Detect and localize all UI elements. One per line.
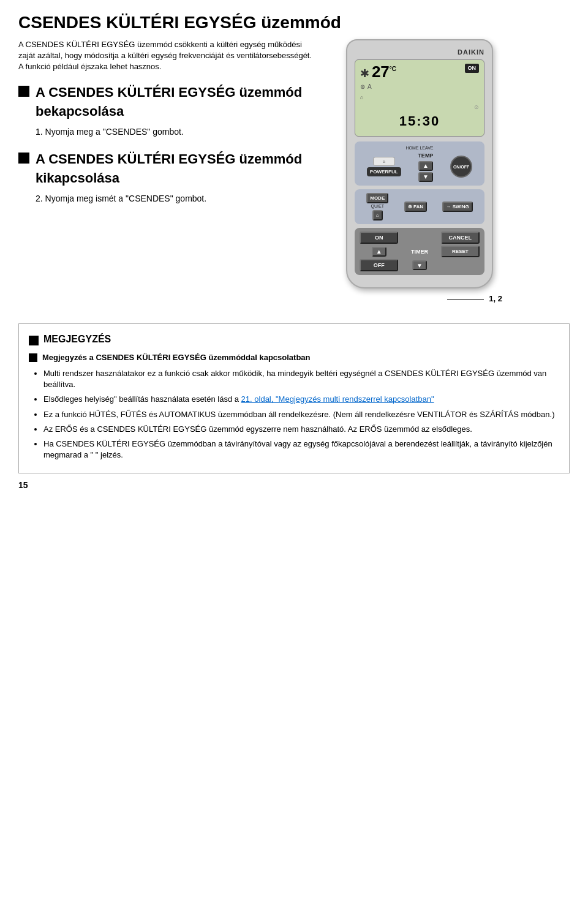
onoff-button[interactable]: ON/OFF [450,156,472,178]
notes-bullet-4: Az ERŐS és a CSENDES KÜLTÉRI EGYSÉG üzem… [43,424,559,435]
annotation-line-bar [447,299,484,300]
on-button[interactable]: ON [360,232,398,244]
notes-title-text: MEGJEGYZÉS [43,333,111,346]
display-fan-icon: ⊛ [360,83,365,91]
off-button[interactable]: OFF [360,259,398,271]
timer-label: TIMER [400,248,439,256]
section2-bullet [18,153,29,164]
fan-button[interactable]: ⊛ FAN [404,202,427,212]
step1-text: 1. Nyomja meg a "CSENDES" gombot. [36,126,312,138]
notes-bullet-3: Ez a funkció HŰTÉS, FŰTÉS és AUTOMATIKUS… [43,409,559,420]
home-leave-label: HOME LEAVE [360,145,480,151]
timer-down-button[interactable]: ▼ [412,260,427,270]
notes-subtitle-bullet [29,353,37,362]
swing-button[interactable]: ↔ SWING [442,202,472,212]
intro-text: A CSENDES KÜLTÉRI EGYSÉG üzemmód csökken… [18,39,312,73]
reset-button[interactable]: RESET [441,246,480,257]
powerful-button[interactable]: POWERFUL [367,167,401,176]
temp-label: TEMP [418,152,433,160]
display-auto-icon: A [368,83,372,91]
display-time: 15:30 [360,112,479,131]
section1-heading: A CSENDES KÜLTÉRI EGYSÉG üzemmód bekapcs… [36,83,312,121]
temp-down-button[interactable]: ▼ [418,172,433,182]
remote-brand: DAIKIN [355,48,484,57]
quiet-button[interactable]: ⌂ [372,210,383,220]
display-on-badge: ON [465,64,480,73]
page-number: 15 [18,480,570,492]
remote-display: ✱ 27°C ON ⊛ A ⌂ ⊙ 15:30 [355,59,484,137]
remote-control: DAIKIN ✱ 27°C ON ⊛ A ⌂ ⊙ 15:3 [346,39,493,289]
display-temp: 27°C [372,62,396,81]
notes-bullet-5: Ha CSENDES KÜLTÉRI EGYSÉG üzemmódban a t… [43,439,559,461]
cancel-button[interactable]: CANCEL [441,232,480,244]
section2-heading: A CSENDES KÜLTÉRI EGYSÉG üzemmód kikapcs… [36,150,312,188]
notes-subtitle-text: Megjegyzés a CSENDES KÜLTÉRI EGYSÉG üzem… [42,352,311,363]
section1-bullet [18,86,29,97]
mode-button[interactable]: MODE [366,193,388,203]
display-asterisk: ✱ [360,67,369,80]
notes-link[interactable]: 21. oldal, "Megjegyzés multi rendszerrel… [241,394,434,404]
timer-up-button[interactable]: ▲ [372,247,386,257]
notes-bullet [29,336,39,345]
quiet-label: QUIET [371,203,384,209]
home-leave-button[interactable]: ⌂ [373,157,395,166]
timer-section: ON CANCEL ▲ TIMER RESET OFF ▼ [355,228,484,275]
step2-text: 2. Nyomja meg ismét a "CSENDES" gombot. [36,193,312,205]
temp-up-button[interactable]: ▲ [418,161,433,171]
display-home-icon: ⌂ [360,94,363,100]
notes-bullet-2: Elsődleges helyiség" beállítás használat… [43,394,559,405]
page-title: CSENDES KÜLTÉRI EGYSÉG üzemmód [18,12,570,33]
notes-section: MEGJEGYZÉS Megjegyzés a CSENDES KÜLTÉRI … [18,323,570,474]
annotation-text: 1, 2 [489,293,502,304]
notes-bullet-1: Multi rendszer használatakor ez a funkci… [43,368,559,390]
